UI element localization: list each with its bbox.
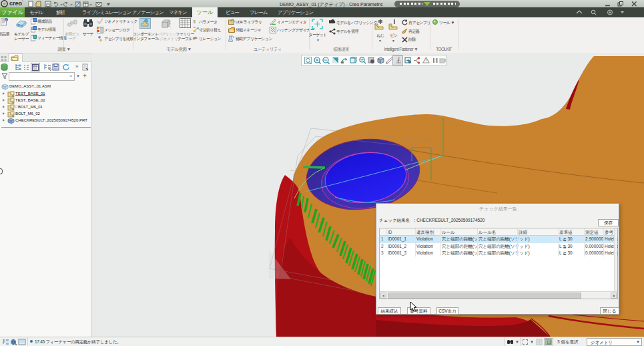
svg-text:i: i <box>5 19 6 22</box>
